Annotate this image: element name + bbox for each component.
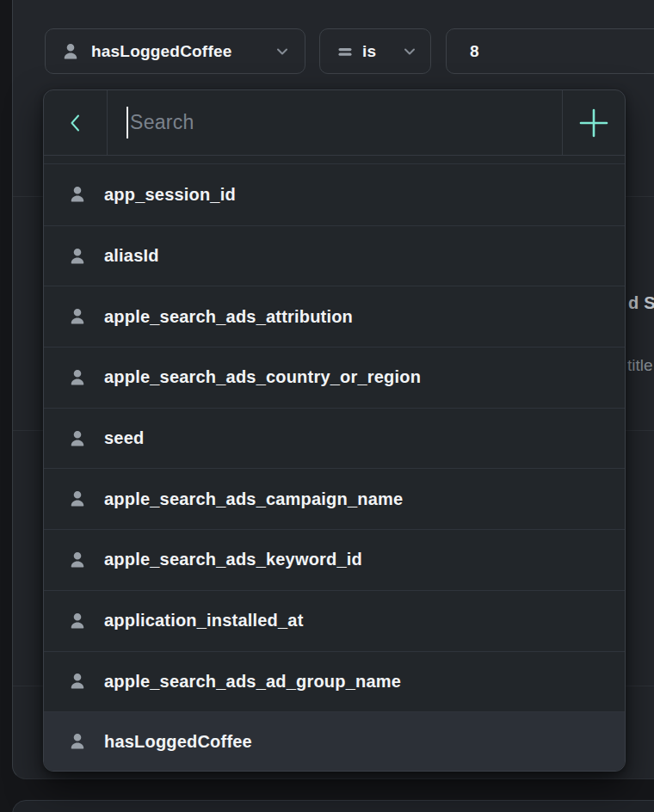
list-item-selected[interactable]: hasLoggedCoffee	[44, 711, 625, 771]
list-item-label: app_session_id	[104, 185, 236, 205]
list-item-label: aliasId	[104, 246, 159, 266]
text-cursor	[126, 107, 128, 138]
chevron-down-icon	[401, 43, 418, 60]
back-button[interactable]	[44, 90, 108, 155]
list-item[interactable]: apple_search_ads_country_or_region	[44, 347, 625, 408]
search-field-wrap	[108, 90, 562, 155]
clipped-background-text: title	[627, 356, 653, 375]
value-chip-text: 8	[470, 42, 479, 61]
user-icon	[68, 185, 87, 204]
list-item[interactable]: apple_search_ads_attribution	[44, 286, 625, 347]
list-item-label: hasLoggedCoffee	[104, 732, 252, 752]
user-icon	[68, 429, 87, 448]
user-icon	[68, 489, 87, 508]
list-item[interactable]: apple_search_ads_ad_group_name	[44, 651, 625, 712]
user-icon	[61, 42, 80, 61]
chevron-left-icon	[65, 112, 87, 134]
app-background: { "colors": { "accent_teal": "#7fe8d3", …	[0, 0, 654, 812]
property-select-dropdown: app_session_id aliasId apple_search_ads_…	[43, 89, 626, 772]
list-item[interactable]: application_installed_at	[44, 590, 625, 651]
list-item-label: apple_search_ads_keyword_id	[104, 550, 362, 569]
list-item-label: application_installed_at	[104, 611, 304, 631]
bottom-card	[12, 800, 654, 812]
filter-value-chip[interactable]: 8	[446, 28, 654, 74]
dropdown-header	[44, 90, 625, 156]
search-input[interactable]	[108, 90, 562, 155]
plus-icon	[578, 108, 609, 138]
list-item-label: seed	[104, 428, 144, 448]
list-item[interactable]: app_session_id	[44, 164, 625, 225]
scrolled-row-sliver	[44, 156, 625, 164]
user-icon	[68, 247, 87, 266]
equals-icon	[337, 44, 353, 59]
list-item[interactable]: aliasId	[44, 225, 625, 286]
list-item[interactable]: apple_search_ads_keyword_id	[44, 529, 625, 590]
add-property-button[interactable]	[562, 90, 625, 155]
user-icon	[68, 307, 87, 326]
filter-property-chip[interactable]: hasLoggedCoffee	[45, 28, 305, 74]
filter-operator-chip[interactable]: is	[319, 28, 431, 74]
chevron-down-icon	[274, 43, 291, 60]
user-icon	[68, 551, 87, 569]
user-icon	[68, 612, 87, 631]
list-item[interactable]: apple_search_ads_campaign_name	[44, 468, 625, 529]
list-item[interactable]: seed	[44, 408, 625, 469]
user-icon	[68, 368, 87, 387]
list-item-label: apple_search_ads_attribution	[104, 307, 353, 327]
user-icon	[68, 672, 87, 691]
list-item-label: apple_search_ads_campaign_name	[104, 489, 403, 509]
user-icon	[68, 732, 87, 751]
operator-chip-label: is	[362, 42, 376, 61]
list-item-label: apple_search_ads_ad_group_name	[104, 672, 401, 692]
property-list: app_session_id aliasId apple_search_ads_…	[44, 156, 625, 771]
property-chip-label: hasLoggedCoffee	[91, 42, 231, 61]
list-item-label: apple_search_ads_country_or_region	[104, 367, 421, 387]
clipped-background-text: d S	[628, 293, 654, 313]
